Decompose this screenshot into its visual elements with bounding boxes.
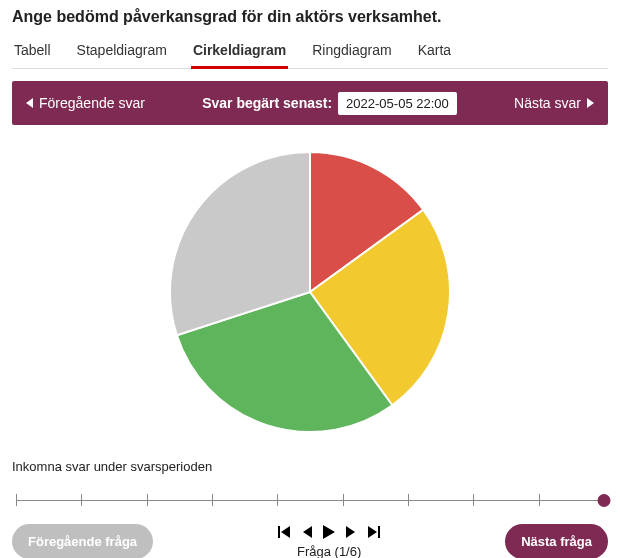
prev-answer-label: Föregående svar (39, 95, 145, 111)
tabs: TabellStapeldiagramCirkeldiagramRingdiag… (12, 36, 608, 69)
skip-end-icon[interactable] (365, 524, 381, 540)
slider-handle[interactable] (598, 494, 611, 507)
slider-tick (81, 494, 82, 506)
time-slider[interactable] (16, 488, 604, 514)
slider-tick (539, 494, 540, 506)
arrow-left-icon (26, 98, 33, 108)
deadline-label: Svar begärt senast: (202, 95, 332, 111)
step-forward-icon[interactable] (343, 524, 359, 540)
slider-track (16, 500, 604, 501)
prev-question-button[interactable]: Föregående fråga (12, 524, 153, 558)
svg-marker-2 (303, 526, 312, 538)
player: Fråga (1/6) (277, 524, 381, 558)
slider-tick (408, 494, 409, 506)
tab-cirkeldiagram[interactable]: Cirkeldiagram (191, 36, 288, 68)
slider-tick (147, 494, 148, 506)
skip-start-icon[interactable] (277, 524, 293, 540)
tab-karta[interactable]: Karta (416, 36, 453, 68)
footer-controls: Föregående fråga Fråg (12, 524, 608, 558)
step-back-icon[interactable] (299, 524, 315, 540)
play-icon[interactable] (321, 524, 337, 540)
tab-ringdiagram[interactable]: Ringdiagram (310, 36, 393, 68)
svg-marker-4 (346, 526, 355, 538)
answer-nav-banner: Föregående svar Svar begärt senast: 2022… (12, 81, 608, 125)
next-answer-label: Nästa svar (514, 95, 581, 111)
chart-caption: Inkomna svar under svarsperioden (12, 459, 608, 474)
svg-rect-6 (378, 526, 380, 538)
page-title: Ange bedömd påverkansgrad för din aktörs… (12, 8, 608, 26)
slider-tick (473, 494, 474, 506)
prev-answer-button[interactable]: Föregående svar (12, 95, 159, 111)
slider-tick (212, 494, 213, 506)
arrow-right-icon (587, 98, 594, 108)
pie-chart-area (12, 125, 608, 455)
svg-rect-0 (278, 526, 280, 538)
pie-chart (165, 147, 455, 437)
slider-tick (343, 494, 344, 506)
slider-tick (16, 494, 17, 506)
question-indicator: Fråga (1/6) (297, 544, 361, 558)
tab-tabell[interactable]: Tabell (12, 36, 53, 68)
svg-marker-5 (368, 526, 377, 538)
svg-marker-1 (281, 526, 290, 538)
slider-tick (277, 494, 278, 506)
deadline-value: 2022-05-05 22:00 (338, 92, 457, 115)
svg-marker-3 (323, 525, 335, 539)
next-answer-button[interactable]: Nästa svar (500, 95, 608, 111)
tab-stapeldiagram[interactable]: Stapeldiagram (75, 36, 169, 68)
deadline-display: Svar begärt senast: 2022-05-05 22:00 (159, 92, 500, 115)
next-question-button[interactable]: Nästa fråga (505, 524, 608, 558)
